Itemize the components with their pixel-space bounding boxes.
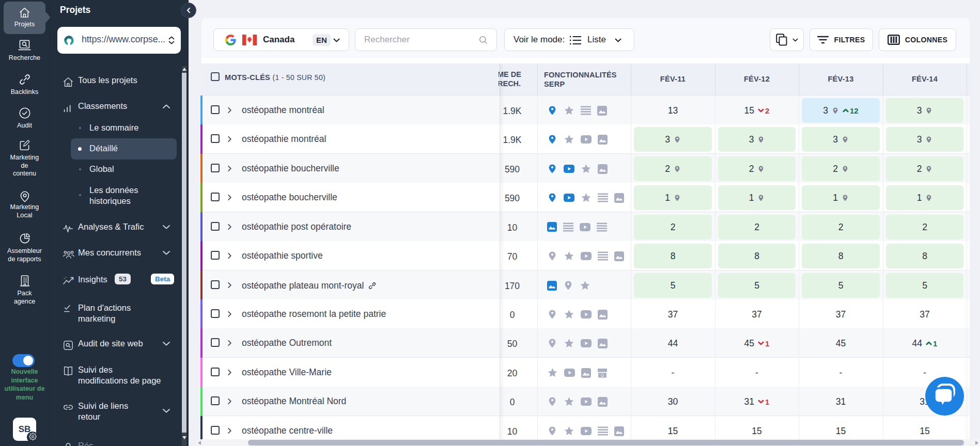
svg-text:G: G	[601, 373, 604, 377]
